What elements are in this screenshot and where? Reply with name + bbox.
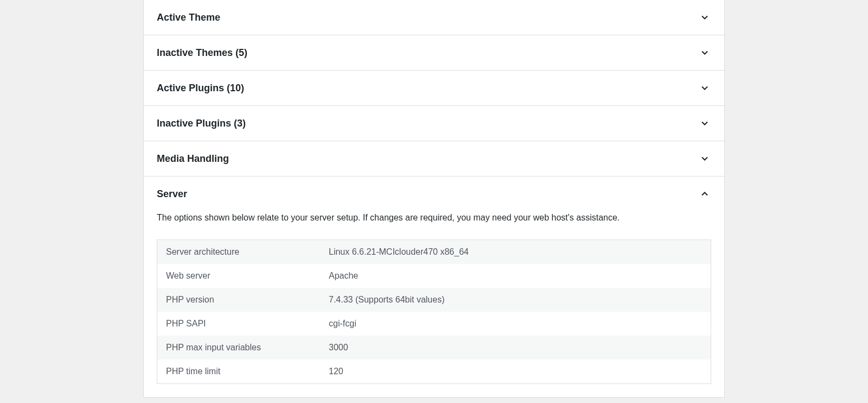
chevron-down-icon: [698, 11, 711, 24]
accordion-section-inactive-themes: Inactive Themes (5): [144, 35, 724, 71]
server-description: The options shown below relate to your s…: [157, 211, 711, 224]
table-row: PHP time limit 120: [157, 360, 711, 383]
site-health-info-panel: Active Theme Inactive Themes (5) Active …: [143, 0, 725, 398]
chevron-up-icon: [698, 187, 711, 200]
server-data-table: Server architecture Linux 6.6.21-MCIclou…: [157, 240, 711, 384]
row-value: 7.4.33 (Supports 64bit values): [320, 288, 711, 312]
accordion-title: Server: [157, 188, 187, 200]
row-label: Server architecture: [157, 240, 320, 264]
row-value: Apache: [320, 264, 711, 288]
row-value: 3000: [320, 336, 711, 360]
table-row: PHP version 7.4.33 (Supports 64bit value…: [157, 288, 711, 312]
row-label: PHP max input variables: [157, 336, 320, 360]
accordion-section-active-theme: Active Theme: [144, 0, 724, 35]
table-row: Web server Apache: [157, 264, 711, 288]
row-value: Linux 6.6.21-MCIclouder470 x86_64: [320, 240, 711, 264]
row-label: Web server: [157, 264, 320, 288]
chevron-down-icon: [698, 81, 711, 95]
accordion-header-server[interactable]: Server: [144, 177, 724, 211]
accordion-header-active-plugins[interactable]: Active Plugins (10): [144, 71, 724, 105]
chevron-down-icon: [698, 46, 711, 59]
chevron-down-icon: [698, 117, 711, 130]
table-row: PHP SAPI cgi-fcgi: [157, 312, 711, 336]
row-value: 120: [320, 360, 711, 383]
accordion-header-media-handling[interactable]: Media Handling: [144, 141, 724, 176]
accordion-header-inactive-plugins[interactable]: Inactive Plugins (3): [144, 106, 724, 141]
accordion-title: Inactive Themes (5): [157, 47, 247, 59]
accordion-title: Inactive Plugins (3): [157, 118, 246, 129]
row-label: PHP SAPI: [157, 312, 320, 336]
chevron-down-icon: [698, 152, 711, 165]
row-label: PHP time limit: [157, 360, 320, 383]
accordion-title: Media Handling: [157, 153, 229, 165]
table-row: PHP max input variables 3000: [157, 336, 711, 360]
table-row: Server architecture Linux 6.6.21-MCIclou…: [157, 240, 711, 264]
accordion-section-inactive-plugins: Inactive Plugins (3): [144, 106, 724, 141]
accordion-section-active-plugins: Active Plugins (10): [144, 71, 724, 106]
accordion-content-server: The options shown below relate to your s…: [144, 211, 724, 397]
row-label: PHP version: [157, 288, 320, 312]
row-value: cgi-fcgi: [320, 312, 711, 336]
accordion-title: Active Theme: [157, 12, 220, 23]
accordion-header-active-theme[interactable]: Active Theme: [144, 0, 724, 35]
accordion-title: Active Plugins (10): [157, 83, 244, 94]
accordion-section-media-handling: Media Handling: [144, 141, 724, 177]
accordion-section-server: Server The options shown below relate to…: [144, 177, 724, 398]
accordion-header-inactive-themes[interactable]: Inactive Themes (5): [144, 35, 724, 70]
